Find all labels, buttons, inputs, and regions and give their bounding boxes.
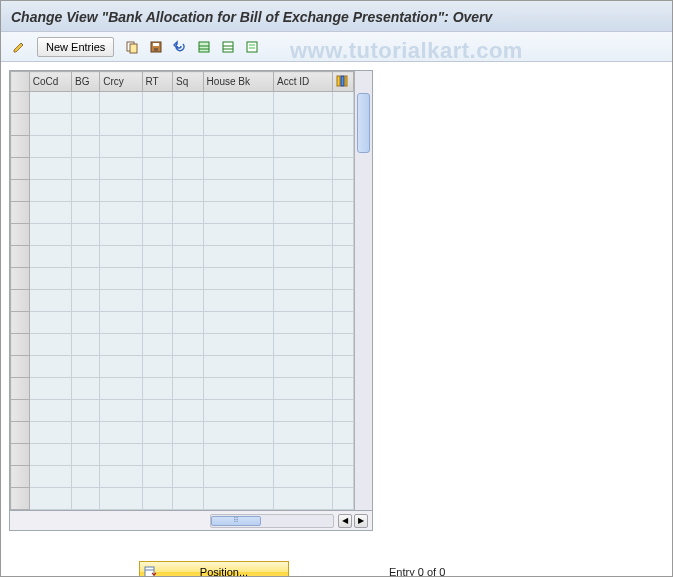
cell[interactable] xyxy=(173,158,204,180)
cell[interactable] xyxy=(29,268,71,290)
col-rt[interactable]: RT xyxy=(142,72,173,92)
select-all-icon[interactable] xyxy=(194,37,214,57)
cell[interactable] xyxy=(72,92,100,114)
cell[interactable] xyxy=(173,224,204,246)
table-row[interactable] xyxy=(11,466,354,488)
cell[interactable] xyxy=(173,312,204,334)
cell[interactable] xyxy=(29,466,71,488)
cell[interactable] xyxy=(72,334,100,356)
cell[interactable] xyxy=(173,422,204,444)
select-all-corner[interactable] xyxy=(11,72,30,92)
table-row[interactable] xyxy=(11,136,354,158)
cell[interactable] xyxy=(29,158,71,180)
cell[interactable] xyxy=(203,290,273,312)
row-selector[interactable] xyxy=(11,356,30,378)
cell[interactable] xyxy=(203,202,273,224)
cell[interactable] xyxy=(29,312,71,334)
cell[interactable] xyxy=(173,268,204,290)
cell[interactable] xyxy=(274,334,333,356)
table-row[interactable] xyxy=(11,334,354,356)
table-row[interactable] xyxy=(11,246,354,268)
row-selector[interactable] xyxy=(11,158,30,180)
scroll-right-icon[interactable]: ▶ xyxy=(354,514,368,528)
cell[interactable] xyxy=(203,246,273,268)
cell[interactable] xyxy=(203,268,273,290)
table-row[interactable] xyxy=(11,422,354,444)
vertical-scrollbar[interactable] xyxy=(354,71,372,510)
cell[interactable] xyxy=(203,136,273,158)
cell[interactable] xyxy=(72,356,100,378)
table-row[interactable] xyxy=(11,224,354,246)
cell[interactable] xyxy=(142,268,173,290)
col-crcy[interactable]: Crcy xyxy=(100,72,142,92)
cell[interactable] xyxy=(203,334,273,356)
row-selector[interactable] xyxy=(11,114,30,136)
save-icon[interactable] xyxy=(146,37,166,57)
row-selector[interactable] xyxy=(11,378,30,400)
cell[interactable] xyxy=(72,466,100,488)
cell[interactable] xyxy=(203,356,273,378)
row-selector[interactable] xyxy=(11,400,30,422)
cell[interactable] xyxy=(142,290,173,312)
cell[interactable] xyxy=(142,444,173,466)
cell[interactable] xyxy=(173,202,204,224)
cell[interactable] xyxy=(203,114,273,136)
cell[interactable] xyxy=(72,378,100,400)
col-bg[interactable]: BG xyxy=(72,72,100,92)
row-selector[interactable] xyxy=(11,246,30,268)
cell[interactable] xyxy=(29,488,71,510)
cell[interactable] xyxy=(100,466,142,488)
row-selector[interactable] xyxy=(11,224,30,246)
deselect-all-icon[interactable] xyxy=(218,37,238,57)
cell[interactable] xyxy=(100,334,142,356)
cell[interactable] xyxy=(203,158,273,180)
cell[interactable] xyxy=(274,422,333,444)
cell[interactable] xyxy=(173,334,204,356)
h-scroll-track[interactable]: ⠿ xyxy=(210,514,334,528)
cell[interactable] xyxy=(173,180,204,202)
cell[interactable] xyxy=(173,290,204,312)
cell[interactable] xyxy=(100,290,142,312)
cell[interactable] xyxy=(100,444,142,466)
row-selector[interactable] xyxy=(11,180,30,202)
cell[interactable] xyxy=(173,444,204,466)
cell[interactable] xyxy=(72,312,100,334)
table-row[interactable] xyxy=(11,400,354,422)
cell[interactable] xyxy=(142,158,173,180)
cell[interactable] xyxy=(274,312,333,334)
cell[interactable] xyxy=(173,356,204,378)
cell[interactable] xyxy=(142,422,173,444)
cell[interactable] xyxy=(274,224,333,246)
cell[interactable] xyxy=(142,92,173,114)
cell[interactable] xyxy=(142,334,173,356)
position-button[interactable]: Position... xyxy=(139,561,289,577)
cell[interactable] xyxy=(274,466,333,488)
cell[interactable] xyxy=(274,246,333,268)
cell[interactable] xyxy=(203,92,273,114)
cell[interactable] xyxy=(274,378,333,400)
table-row[interactable] xyxy=(11,378,354,400)
cell[interactable] xyxy=(274,290,333,312)
col-cocd[interactable]: CoCd xyxy=(29,72,71,92)
cell[interactable] xyxy=(72,224,100,246)
cell[interactable] xyxy=(173,246,204,268)
cell[interactable] xyxy=(142,180,173,202)
table-row[interactable] xyxy=(11,202,354,224)
cell[interactable] xyxy=(203,180,273,202)
cell[interactable] xyxy=(72,268,100,290)
col-sq[interactable]: Sq xyxy=(173,72,204,92)
cell[interactable] xyxy=(72,422,100,444)
table-row[interactable] xyxy=(11,158,354,180)
cell[interactable] xyxy=(72,488,100,510)
details-icon[interactable] xyxy=(242,37,262,57)
table-row[interactable] xyxy=(11,290,354,312)
row-selector[interactable] xyxy=(11,290,30,312)
table-row[interactable] xyxy=(11,488,354,510)
cell[interactable] xyxy=(173,466,204,488)
cell[interactable] xyxy=(203,488,273,510)
cell[interactable] xyxy=(100,114,142,136)
cell[interactable] xyxy=(100,202,142,224)
cell[interactable] xyxy=(100,246,142,268)
cell[interactable] xyxy=(203,312,273,334)
cell[interactable] xyxy=(274,400,333,422)
